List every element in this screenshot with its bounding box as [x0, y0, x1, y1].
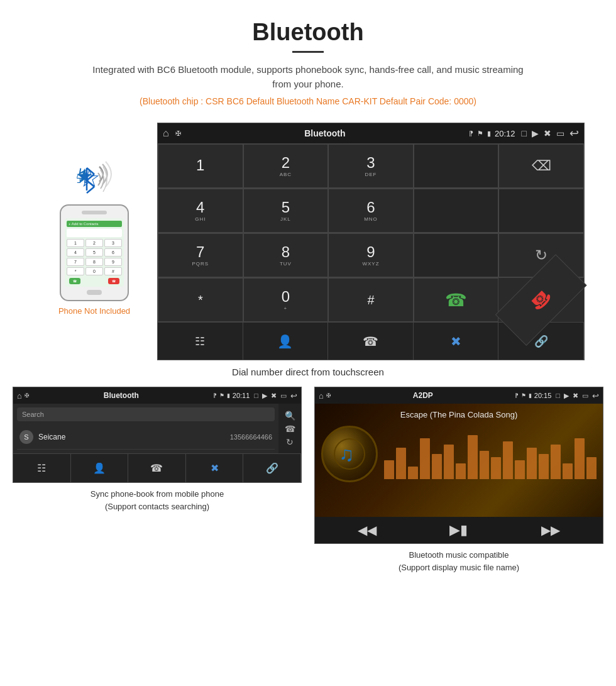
eq-bar: [527, 448, 537, 479]
pb-home-icon[interactable]: ⌂: [17, 391, 22, 401]
pb-contact-number: 13566664466: [230, 433, 272, 441]
eq-bar: [384, 460, 394, 479]
dial-key-4[interactable]: 4 GHI: [158, 189, 243, 233]
phone-key-1: 1: [67, 239, 84, 247]
phone-home-button: [87, 290, 102, 295]
pb-avatar-letter: S: [24, 433, 28, 441]
music-usb-icon: ✠: [326, 392, 331, 399]
phone-key-4: 4: [67, 248, 84, 257]
pb-bottom-bt[interactable]: ✖: [186, 454, 244, 482]
dial-key-7[interactable]: 7 PQRS: [158, 233, 243, 277]
hu-camera-icon[interactable]: □: [522, 128, 527, 138]
dial-key-hash[interactable]: #: [328, 278, 414, 322]
bottom-screens: ⌂ ✠ Bluetooth ⁋ ⚑ ▮ 20:11 □ ▶ ✖ ▭ ↩ Sear…: [0, 387, 616, 586]
dial-call-green[interactable]: ☎: [414, 278, 499, 322]
dial-backspace[interactable]: ⌫: [498, 144, 584, 188]
dial-key-5[interactable]: 5 JKL: [243, 189, 329, 233]
hu-back-icon[interactable]: ↩: [569, 126, 579, 140]
hu-phone-icon[interactable]: ☎: [328, 323, 414, 360]
hu-dialpad-icon[interactable]: ☷: [158, 323, 243, 360]
pb-bt-icon: ⁋: [213, 392, 217, 399]
dial-key-8[interactable]: 8 TUV: [243, 233, 329, 277]
eq-bar: [444, 445, 454, 479]
pb-bottom-contacts[interactable]: 👤: [71, 454, 129, 482]
pb-refresh-icon[interactable]: ↻: [286, 437, 294, 447]
hu-close-icon[interactable]: ✖: [544, 128, 551, 138]
page-title: Bluetooth: [13, 19, 603, 46]
music-vol-icon[interactable]: ▶: [564, 392, 569, 400]
phone-mockup: + Add to Contacts 1 2 3 4 5 6 7 8 9 * 0: [60, 204, 129, 301]
eq-bar: [480, 451, 490, 479]
hu-home-icon[interactable]: ⌂: [163, 128, 169, 139]
main-caption: Dial number direct from touchscreen: [0, 367, 616, 377]
bluetooth-main-icon: ☆: [75, 160, 113, 198]
phonebook-caption: Sync phone-book from mobile phone(Suppor…: [91, 488, 224, 512]
dialpad-row-3: 7 PQRS 8 TUV 9 WXYZ ↻: [158, 233, 584, 277]
phone-key-9: 9: [104, 258, 122, 266]
pb-close-icon[interactable]: ✖: [271, 392, 277, 400]
eq-bar: [432, 454, 442, 479]
music-wifi-icon: ▮: [529, 392, 532, 399]
pb-bottom-bar: ☷ 👤 ☎ ✖ 🔗: [13, 453, 301, 482]
pb-icons-column: 🔍 ☎ ↻: [278, 404, 301, 453]
pb-usb-icon: ✠: [25, 392, 30, 399]
pb-bottom-dialpad[interactable]: ☷: [13, 454, 71, 482]
pb-window-icon[interactable]: ▭: [280, 392, 287, 400]
pb-search-input[interactable]: Search: [17, 407, 275, 421]
pb-camera-icon[interactable]: □: [254, 392, 258, 399]
dial-key-3[interactable]: 3 DEF: [328, 144, 414, 188]
music-close-icon[interactable]: ✖: [573, 392, 578, 400]
phone-key-0: 0: [85, 267, 103, 275]
music-prev-icon[interactable]: ◀◀: [358, 523, 377, 538]
music-loc-icon: ⚑: [521, 392, 526, 399]
phone-key-8: 8: [85, 258, 103, 266]
eq-bar: [551, 445, 561, 479]
main-screen-section: ★ ↯ ⍾ ☆: [0, 116, 616, 360]
pb-main-area: Search S Seicane 13566664466: [13, 404, 278, 453]
hu-screen-title: Bluetooth: [185, 128, 465, 138]
music-body: Escape (The Pina Colada Song) ♫: [315, 404, 603, 517]
phone-key-2: 2: [85, 239, 103, 247]
dial-key-6[interactable]: 6 MNO: [328, 189, 414, 233]
pb-bottom-phone[interactable]: ☎: [128, 454, 186, 482]
pb-contact-item[interactable]: S Seicane 13566664466: [17, 425, 275, 450]
pb-bottom-link[interactable]: 🔗: [243, 454, 301, 482]
dial-key-star[interactable]: *: [158, 278, 243, 322]
hu-bluetooth-icon[interactable]: ✖: [414, 323, 499, 360]
music-controls: ◀◀ ▶▮ ▶▶: [315, 517, 603, 543]
music-camera-icon[interactable]: □: [556, 392, 560, 399]
dial-key-2[interactable]: 2 ABC: [243, 144, 329, 188]
dial-key-0[interactable]: 0 +: [243, 278, 329, 322]
phone-key-7: 7: [67, 258, 84, 266]
hu-window-icon[interactable]: ▭: [556, 128, 564, 138]
music-home-icon[interactable]: ⌂: [319, 391, 324, 401]
pb-vol-icon[interactable]: ▶: [262, 392, 267, 400]
music-next-icon[interactable]: ▶▶: [541, 523, 560, 538]
dial-key-9[interactable]: 9 WXYZ: [328, 233, 414, 277]
dial-key-1[interactable]: 1: [158, 144, 243, 188]
music-block: ⌂ ✠ A2DP ⁋ ⚑ ▮ 20:15 □ ▶ ✖ ▭ ↩ Escape (T…: [314, 387, 603, 573]
phone-display: [67, 229, 122, 237]
hu-loc-icon: ⚑: [477, 130, 483, 138]
bt-signal-graphic: ★ ↯ ⍾ ☆: [75, 160, 113, 198]
eq-bar: [491, 457, 501, 479]
pb-search-icon[interactable]: 🔍: [285, 411, 295, 421]
dialpad-row-1: 1 2 ABC 3 DEF ⌫: [158, 143, 584, 188]
phone-key-6: 6: [104, 248, 122, 257]
music-back-icon[interactable]: ↩: [592, 391, 599, 401]
pb-back-icon[interactable]: ↩: [290, 391, 297, 401]
pb-time: 20:11: [233, 392, 250, 399]
phone-btn-row: ☎ ☎: [67, 278, 122, 284]
music-statusbar: ⌂ ✠ A2DP ⁋ ⚑ ▮ 20:15 □ ▶ ✖ ▭ ↩: [315, 387, 603, 404]
phonebook-block: ⌂ ✠ Bluetooth ⁋ ⚑ ▮ 20:11 □ ▶ ✖ ▭ ↩ Sear…: [13, 387, 302, 573]
music-play-pause-icon[interactable]: ▶▮: [449, 522, 468, 538]
phone-screen-top: + Add to Contacts: [67, 221, 122, 227]
pb-call-icon[interactable]: ☎: [285, 424, 295, 434]
pb-title: Bluetooth: [32, 391, 211, 400]
hu-volume-icon[interactable]: ▶: [532, 128, 539, 138]
hu-contacts-icon[interactable]: 👤: [243, 323, 329, 360]
music-window-icon[interactable]: ▭: [582, 392, 588, 400]
phone-key-3: 3: [104, 239, 122, 247]
music-title: A2DP: [334, 391, 512, 400]
music-screen: ⌂ ✠ A2DP ⁋ ⚑ ▮ 20:15 □ ▶ ✖ ▭ ↩ Escape (T…: [314, 387, 603, 544]
